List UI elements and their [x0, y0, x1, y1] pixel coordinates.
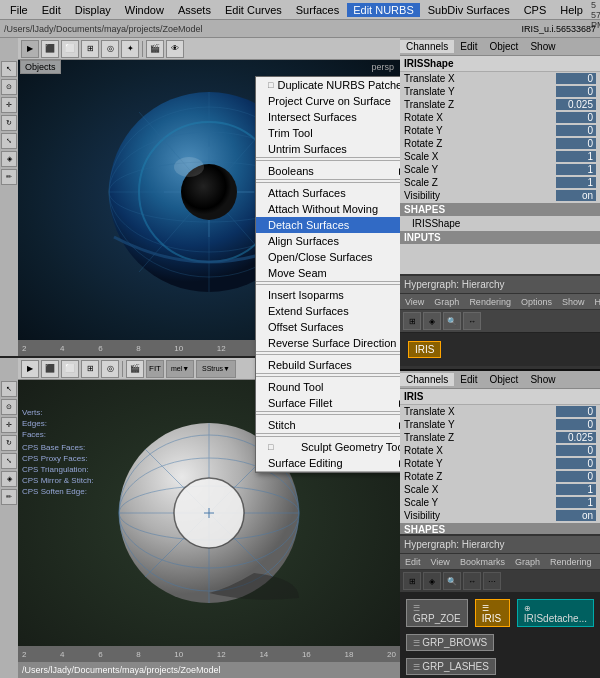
- bsidebar-icon-2[interactable]: ⊙: [1, 399, 17, 415]
- dropdown-attach-without[interactable]: Attach Without Moving: [256, 201, 400, 217]
- dropdown-detach-surfaces[interactable]: Detach Surfaces: [256, 217, 400, 233]
- dropdown-reverse[interactable]: Reverse Surface Direction: [256, 335, 400, 351]
- sidebar-icon-move[interactable]: ✛: [1, 97, 17, 113]
- iris-shape-name[interactable]: IRISShape: [412, 218, 460, 229]
- bch-sy-val[interactable]: 1: [556, 497, 596, 508]
- ch-sy-val[interactable]: 1: [556, 164, 596, 175]
- bhyper-btn-3[interactable]: 🔍: [443, 572, 461, 590]
- dropdown-align-surfaces[interactable]: Align Surfaces: [256, 233, 400, 249]
- toolbar-btn-6[interactable]: ✦: [121, 40, 139, 58]
- bsidebar-icon-6[interactable]: ◈: [1, 471, 17, 487]
- bhyper-btn-2[interactable]: ◈: [423, 572, 441, 590]
- htab-graph[interactable]: Graph: [429, 296, 464, 308]
- toolbar-btn-5[interactable]: ◎: [101, 40, 119, 58]
- bsidebar-icon-7[interactable]: ✏: [1, 489, 17, 505]
- dropdown-project-curve[interactable]: Project Curve on Surface: [256, 93, 400, 109]
- menu-cps[interactable]: CPS: [518, 3, 553, 17]
- bhyper-btn-4[interactable]: ↔: [463, 572, 481, 590]
- htab-show[interactable]: Show: [557, 296, 590, 308]
- btoolbar-btn-4[interactable]: ⊞: [81, 360, 99, 378]
- dropdown-rebuild[interactable]: Rebuild Surfaces: [256, 357, 400, 373]
- menu-window[interactable]: Window: [119, 3, 170, 17]
- tab-channels-bottom[interactable]: Channels: [400, 373, 454, 386]
- menu-file[interactable]: File: [4, 3, 34, 17]
- bhyper-btn-5[interactable]: ⋯: [483, 572, 501, 590]
- dropdown-surface-editing[interactable]: Surface Editing ▶: [256, 455, 400, 471]
- bch-ty-val[interactable]: 0: [556, 419, 596, 430]
- bch-ry-val[interactable]: 0: [556, 458, 596, 469]
- bch-tx-val[interactable]: 0: [556, 406, 596, 417]
- tab-show-bottom[interactable]: Show: [524, 373, 561, 386]
- tab-object-bottom[interactable]: Object: [484, 373, 525, 386]
- toolbar-btn-2[interactable]: ⬛: [41, 40, 59, 58]
- dropdown-duplicate-nurbs[interactable]: Duplicate NURBS Patches: [256, 77, 400, 93]
- menu-assets[interactable]: Assets: [172, 3, 217, 17]
- dropdown-extend[interactable]: Extend Surfaces: [256, 303, 400, 319]
- toolbar-btn-8[interactable]: 👁: [166, 40, 184, 58]
- dropdown-insert-iso[interactable]: Insert Isoparms: [256, 287, 400, 303]
- ch-ry-val[interactable]: 0: [556, 125, 596, 136]
- btoolbar-btn-2[interactable]: ⬛: [41, 360, 59, 378]
- btoolbar-mel[interactable]: mel▼: [166, 360, 194, 378]
- dropdown-trim[interactable]: Trim Tool: [256, 125, 400, 141]
- btoolbar-btn-3[interactable]: ⬜: [61, 360, 79, 378]
- dropdown-booleans[interactable]: Booleans ▶: [256, 163, 400, 179]
- hyper-btn-1[interactable]: ⊞: [403, 312, 421, 330]
- hyper-grp-zoe[interactable]: ☰ GRP_ZOE: [406, 599, 468, 627]
- tab-edit-top[interactable]: Edit: [454, 40, 483, 53]
- bhyper-btn-1[interactable]: ⊞: [403, 572, 421, 590]
- toolbar-btn-7[interactable]: 🎬: [146, 40, 164, 58]
- ch-rx-val[interactable]: 0: [556, 112, 596, 123]
- sidebar-icon-cv[interactable]: ◈: [1, 151, 17, 167]
- menu-help[interactable]: Help: [554, 3, 589, 17]
- sidebar-icon-scale[interactable]: ⤡: [1, 133, 17, 149]
- bhtab-bookmarks[interactable]: Bookmarks: [455, 556, 510, 568]
- dropdown-untrim[interactable]: Untrim Surfaces: [256, 141, 400, 157]
- hyper-btn-4[interactable]: ↔: [463, 312, 481, 330]
- menu-edit[interactable]: Edit: [36, 3, 67, 17]
- dropdown-attach-surfaces[interactable]: Attach Surfaces: [256, 185, 400, 201]
- sidebar-icon-lasso[interactable]: ⊙: [1, 79, 17, 95]
- bhtab-graph[interactable]: Graph: [510, 556, 545, 568]
- ch-rz-val[interactable]: 0: [556, 138, 596, 149]
- hyper-btn-2[interactable]: ◈: [423, 312, 441, 330]
- btoolbar-mel2[interactable]: SStrus▼: [196, 360, 236, 378]
- objects-panel[interactable]: Objects: [20, 60, 61, 74]
- toolbar-btn-3[interactable]: ⬜: [61, 40, 79, 58]
- tab-edit-bottom[interactable]: Edit: [454, 373, 483, 386]
- btoolbar-btn-5[interactable]: ◎: [101, 360, 119, 378]
- toolbar-btn-1[interactable]: ▶: [21, 40, 39, 58]
- tab-channels-top[interactable]: Channels: [400, 40, 454, 53]
- btoolbar-fit[interactable]: FIT: [146, 360, 164, 378]
- sidebar-icon-rotate[interactable]: ↻: [1, 115, 17, 131]
- menu-surfaces[interactable]: Surfaces: [290, 3, 345, 17]
- dropdown-move-seam[interactable]: Move Seam: [256, 265, 400, 281]
- ch-sx-val[interactable]: 1: [556, 151, 596, 162]
- bch-rz-val[interactable]: 0: [556, 471, 596, 482]
- sidebar-icon-sculpt[interactable]: ✏: [1, 169, 17, 185]
- hyper-iris-detach[interactable]: ⊕ IRISdetache...: [517, 599, 594, 627]
- ch-tx-val[interactable]: 0: [556, 73, 596, 84]
- sidebar-icon-select[interactable]: ↖: [1, 61, 17, 77]
- bsidebar-icon-1[interactable]: ↖: [1, 381, 17, 397]
- bch-rx-val[interactable]: 0: [556, 445, 596, 456]
- htab-options[interactable]: Options: [516, 296, 557, 308]
- menu-subdiv[interactable]: SubDiv Surfaces: [422, 3, 516, 17]
- htab-render[interactable]: Rendering: [464, 296, 516, 308]
- hyper-iris[interactable]: ☰ IRIS: [475, 599, 510, 627]
- ch-ty-val[interactable]: 0: [556, 86, 596, 97]
- htab-help[interactable]: Help: [589, 296, 600, 308]
- bhtab-render[interactable]: Rendering: [545, 556, 597, 568]
- dropdown-sculpt-tool[interactable]: Sculpt Geometry Tool: [256, 439, 400, 455]
- tab-object-top[interactable]: Object: [484, 40, 525, 53]
- dropdown-stitch[interactable]: Stitch ▶: [256, 417, 400, 433]
- menu-display[interactable]: Display: [69, 3, 117, 17]
- bhtab-view[interactable]: View: [426, 556, 455, 568]
- tab-show-top[interactable]: Show: [524, 40, 561, 53]
- dropdown-intersect[interactable]: Intersect Surfaces: [256, 109, 400, 125]
- bch-tz-val[interactable]: 0.025: [556, 432, 596, 443]
- hyper-btn-3[interactable]: 🔍: [443, 312, 461, 330]
- bch-sx-val[interactable]: 1: [556, 484, 596, 495]
- bsidebar-icon-4[interactable]: ↻: [1, 435, 17, 451]
- dropdown-open-close[interactable]: Open/Close Surfaces: [256, 249, 400, 265]
